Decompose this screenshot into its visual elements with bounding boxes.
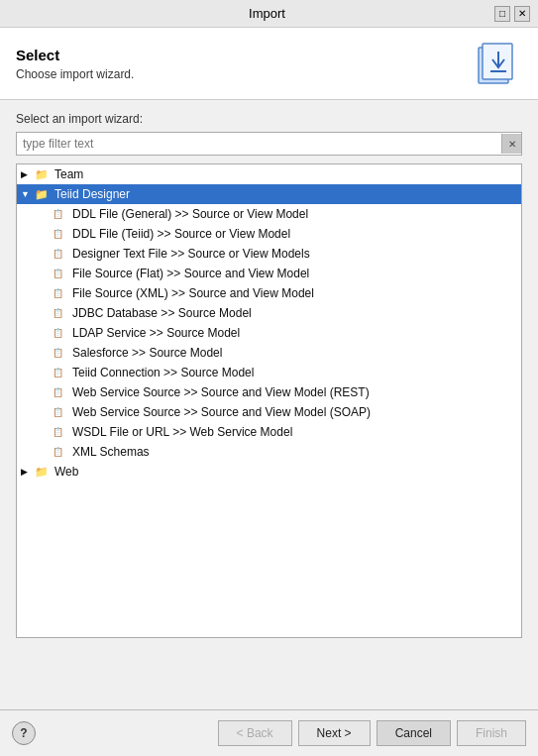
tree-item-label-jdbc-database: JDBC Database >> Source Model xyxy=(72,306,252,320)
tree-item-label-ws-soap: Web Service Source >> Source and View Mo… xyxy=(72,405,371,419)
tree-item-teiid-connection[interactable]: 📋Teiid Connection >> Source Model xyxy=(17,363,521,382)
close-button[interactable]: ✕ xyxy=(514,6,530,22)
tree-item-label-teiid-connection: Teiid Connection >> Source Model xyxy=(72,366,254,379)
button-bar: ? < Back Next > Cancel Finish xyxy=(0,709,538,756)
next-button[interactable]: Next > xyxy=(298,720,371,746)
tree-item-file-source-xml[interactable]: 📋File Source (XML) >> Source and View Mo… xyxy=(17,283,521,303)
tree-item-team[interactable]: ▶📁Team xyxy=(17,164,521,184)
tree-item-ws-soap[interactable]: 📋Web Service Source >> Source and View M… xyxy=(17,402,521,422)
tree-item-label-file-source-flat: File Source (Flat) >> Source and View Mo… xyxy=(72,267,309,280)
file-icon-wsdl: 📋 xyxy=(53,425,68,439)
tree-item-file-source-flat[interactable]: 📋File Source (Flat) >> Source and View M… xyxy=(17,264,521,283)
tree-item-salesforce[interactable]: 📋Salesforce >> Source Model xyxy=(17,343,521,363)
tree-item-jdbc-database[interactable]: 📋JDBC Database >> Source Model xyxy=(17,303,521,323)
tree-item-wsdl[interactable]: 📋WSDL File or URL >> Web Service Model xyxy=(17,422,521,442)
help-button[interactable]: ? xyxy=(12,721,36,745)
tree-item-label-salesforce: Salesforce >> Source Model xyxy=(72,346,222,360)
folder-icon-team: 📁 xyxy=(35,167,51,181)
tree-item-xml-schemas[interactable]: 📋XML Schemas xyxy=(17,442,521,462)
tree-item-ddl-teiid[interactable]: 📋DDL File (Teiid) >> Source or View Mode… xyxy=(17,224,521,244)
import-icon xyxy=(475,40,522,87)
minimize-button[interactable]: □ xyxy=(494,6,510,22)
tree-item-label-wsdl: WSDL File or URL >> Web Service Model xyxy=(72,425,292,439)
folder-icon-teiid-designer: 📁 xyxy=(35,187,51,201)
header-text: Select Choose import wizard. xyxy=(16,47,134,81)
filter-clear-button[interactable]: ✕ xyxy=(501,134,521,154)
file-icon-ldap-service: 📋 xyxy=(53,326,68,340)
dialog-content: Select an import wizard: ✕ ▶📁Team▼📁Teiid… xyxy=(0,100,538,650)
tree-item-label-xml-schemas: XML Schemas xyxy=(72,445,150,459)
tree-item-label-ws-rest: Web Service Source >> Source and View Mo… xyxy=(72,385,370,399)
titlebar-controls: □ ✕ xyxy=(494,6,530,22)
file-icon-ddl-teiid: 📋 xyxy=(53,227,68,241)
tree-item-label-ldap-service: LDAP Service >> Source Model xyxy=(72,326,240,340)
tree-item-ws-rest[interactable]: 📋Web Service Source >> Source and View M… xyxy=(17,382,521,402)
filter-input[interactable] xyxy=(17,133,501,155)
tree-arrow-team: ▶ xyxy=(21,169,33,179)
tree-item-label-ddl-teiid: DDL File (Teiid) >> Source or View Model xyxy=(72,227,290,241)
file-icon-xml-schemas: 📋 xyxy=(53,445,68,459)
tree-item-designer-text[interactable]: 📋Designer Text File >> Source or View Mo… xyxy=(17,244,521,264)
cancel-button[interactable]: Cancel xyxy=(377,720,451,746)
titlebar: Import □ ✕ xyxy=(0,0,538,28)
tree-item-label-web: Web xyxy=(54,465,78,479)
tree-item-label-team: Team xyxy=(54,167,83,181)
tree-item-label-ddl-general: DDL File (General) >> Source or View Mod… xyxy=(72,207,308,221)
tree-arrow-web: ▶ xyxy=(21,467,33,477)
filter-row: ✕ xyxy=(16,132,522,156)
folder-icon-web: 📁 xyxy=(35,465,51,479)
tree-item-label-teiid-designer: Teiid Designer xyxy=(54,187,130,201)
header-subtitle: Choose import wizard. xyxy=(16,67,134,81)
import-tree[interactable]: ▶📁Team▼📁Teiid Designer📋DDL File (General… xyxy=(16,163,522,638)
tree-item-teiid-designer[interactable]: ▼📁Teiid Designer xyxy=(17,184,521,204)
tree-item-ldap-service[interactable]: 📋LDAP Service >> Source Model xyxy=(17,323,521,343)
tree-arrow-teiid-designer: ▼ xyxy=(21,189,33,199)
header-title: Select xyxy=(16,47,134,63)
tree-item-label-file-source-xml: File Source (XML) >> Source and View Mod… xyxy=(72,286,314,300)
file-icon-file-source-flat: 📋 xyxy=(53,267,68,280)
finish-button[interactable]: Finish xyxy=(457,720,526,746)
file-icon-teiid-connection: 📋 xyxy=(53,366,68,379)
tree-item-label-designer-text: Designer Text File >> Source or View Mod… xyxy=(72,247,310,261)
nav-buttons: < Back Next > Cancel Finish xyxy=(218,720,526,746)
dialog-header: Select Choose import wizard. xyxy=(0,28,538,100)
file-icon-designer-text: 📋 xyxy=(53,247,68,261)
tree-item-web[interactable]: ▶📁Web xyxy=(17,462,521,482)
file-icon-ddl-general: 📋 xyxy=(53,207,68,221)
file-icon-ws-soap: 📋 xyxy=(53,405,68,419)
file-icon-salesforce: 📋 xyxy=(53,346,68,360)
window-title: Import xyxy=(40,6,494,21)
filter-label: Select an import wizard: xyxy=(16,112,522,126)
bottom-spacer xyxy=(0,650,538,709)
file-icon-ws-rest: 📋 xyxy=(53,385,68,399)
back-button[interactable]: < Back xyxy=(218,720,292,746)
file-icon-jdbc-database: 📋 xyxy=(53,306,68,320)
file-icon-file-source-xml: 📋 xyxy=(53,286,68,300)
tree-item-ddl-general[interactable]: 📋DDL File (General) >> Source or View Mo… xyxy=(17,204,521,224)
